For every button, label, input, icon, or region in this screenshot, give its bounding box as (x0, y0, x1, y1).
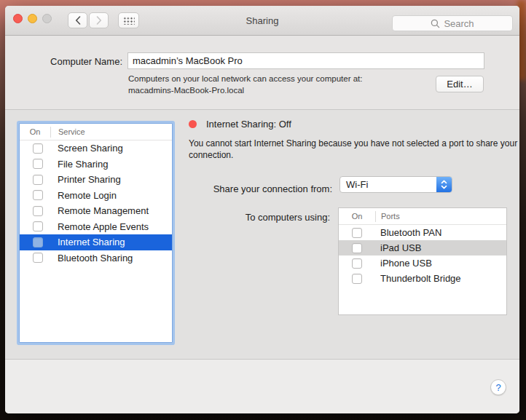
status-row: Internet Sharing: Off (189, 119, 291, 130)
services-list-header: On Service (20, 124, 172, 140)
to-computers-using-label: To computers using: (5, 212, 330, 223)
service-row[interactable]: Internet Sharing (20, 234, 172, 250)
service-label: Remote Apple Events (58, 221, 149, 232)
services-service-column-header: Service (50, 127, 172, 138)
service-label: Screen Sharing (58, 143, 123, 154)
ports-rows: Bluetooth PAN iPad USB iPhone USB Thunde… (339, 225, 506, 286)
port-checkbox[interactable] (352, 228, 362, 238)
share-connection-popup[interactable]: Wi-Fi (339, 176, 452, 193)
status-off-dot-icon (189, 120, 197, 128)
services-on-column-header: On (20, 127, 50, 136)
back-button[interactable] (68, 12, 87, 28)
share-connection-from-label: Share your connection from: (5, 183, 332, 194)
port-checkbox[interactable] (352, 243, 362, 253)
popup-stepper-icon (436, 177, 452, 192)
footer: ? (5, 359, 519, 413)
service-row[interactable]: File Sharing (20, 156, 172, 173)
service-label: File Sharing (58, 159, 108, 170)
computer-name-label: Computer Name: (5, 56, 122, 67)
chevron-left-icon (75, 16, 81, 25)
computer-name-caption: Computers on your local network can acce… (128, 73, 363, 96)
search-icon (431, 19, 440, 28)
services-list[interactable]: On Service Screen Sharing File Sharing P… (19, 123, 173, 343)
ports-on-column-header: On (339, 212, 375, 221)
port-label: Bluetooth PAN (380, 227, 441, 238)
ports-table-header: On Ports (339, 208, 506, 225)
computer-name-section: Computer Name: Computers on your local n… (5, 36, 519, 110)
port-row[interactable]: Thunderbolt Bridge (339, 271, 506, 286)
search-field[interactable]: Search (392, 15, 513, 31)
main-content: On Service Screen Sharing File Sharing P… (5, 110, 519, 359)
port-checkbox[interactable] (352, 274, 362, 284)
forward-button (89, 12, 109, 28)
status-description: You cannot start Internet Sharing becaus… (189, 138, 518, 161)
service-label: Internet Sharing (58, 237, 125, 247)
port-checkbox[interactable] (352, 258, 362, 269)
search-placeholder: Search (444, 18, 474, 29)
service-label: Bluetooth Sharing (58, 253, 133, 264)
service-checkbox[interactable] (33, 159, 43, 169)
titlebar: Sharing Search (5, 6, 519, 36)
zoom-button (42, 14, 52, 23)
caption-line-2: macadmins-MacBook-Pro.local (128, 84, 363, 96)
grid-icon (122, 16, 135, 25)
service-row[interactable]: Screen Sharing (20, 140, 172, 156)
service-checkbox[interactable] (33, 253, 43, 263)
computer-name-input[interactable] (127, 52, 484, 69)
port-label: iPhone USB (380, 258, 432, 269)
close-button[interactable] (13, 14, 23, 23)
port-row[interactable]: Bluetooth PAN (339, 225, 506, 240)
service-row[interactable]: Bluetooth Sharing (20, 250, 172, 266)
help-button[interactable]: ? (490, 379, 506, 395)
port-label: Thunderbolt Bridge (380, 273, 461, 284)
question-mark-icon: ? (495, 382, 501, 393)
caption-line-1: Computers on your local network can acce… (128, 73, 363, 84)
service-checkbox[interactable] (33, 143, 43, 154)
sharing-preferences-window: Sharing Search Computer Name: Computers … (5, 6, 519, 413)
minimize-button[interactable] (28, 14, 37, 23)
traffic-lights (13, 14, 52, 23)
port-label: iPad USB (380, 242, 421, 253)
services-rows: Screen Sharing File Sharing Printer Shar… (20, 140, 172, 266)
share-connection-popup-value: Wi-Fi (340, 179, 436, 190)
service-checkbox[interactable] (33, 237, 43, 247)
port-row[interactable]: iPad USB (339, 240, 506, 255)
chevron-right-icon (96, 16, 102, 25)
port-row[interactable]: iPhone USB (339, 255, 506, 271)
ports-table[interactable]: On Ports Bluetooth PAN iPad USB iPhone U… (338, 207, 507, 315)
service-checkbox[interactable] (33, 221, 43, 231)
edit-button[interactable]: Edit… (436, 76, 484, 92)
status-title: Internet Sharing: Off (206, 119, 291, 130)
show-all-button[interactable] (118, 12, 139, 28)
ports-ports-column-header: Ports (375, 211, 506, 222)
